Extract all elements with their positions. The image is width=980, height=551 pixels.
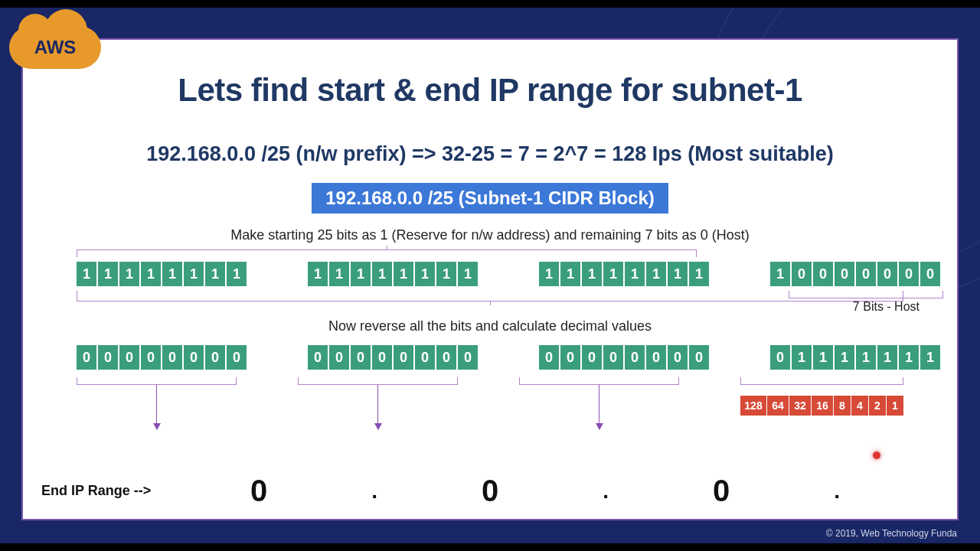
weight: 32 xyxy=(789,396,811,416)
bit: 1 xyxy=(646,262,666,286)
weight: 8 xyxy=(834,396,851,416)
bit: 0 xyxy=(119,345,139,370)
bit: 0 xyxy=(351,345,371,370)
bit: 0 xyxy=(372,345,392,370)
bit: 1 xyxy=(227,262,247,286)
bit: 1 xyxy=(835,345,854,370)
octet-bracket xyxy=(519,377,679,385)
bit-row-reversed: 0 0 0 0 0 0 0 0 0 0 0 0 0 0 0 0 xyxy=(77,345,903,370)
octet-result-col xyxy=(298,374,458,429)
octet-bracket xyxy=(740,377,903,385)
octet-bracket xyxy=(298,377,458,385)
weight: 16 xyxy=(812,396,833,416)
bit: 0 xyxy=(308,345,328,370)
bit: 1 xyxy=(436,262,456,286)
bit: 1 xyxy=(689,262,709,286)
bit: 0 xyxy=(394,345,413,370)
weight: 1 xyxy=(887,396,903,416)
ip-dot: . xyxy=(806,479,867,504)
bit: 0 xyxy=(98,345,118,370)
bit: 0 xyxy=(689,345,709,370)
bit: 0 xyxy=(877,262,897,286)
octet: 0 0 0 0 0 0 0 0 xyxy=(539,345,709,370)
bit: 0 xyxy=(539,345,559,370)
end-ip-octet: 0 xyxy=(405,474,575,508)
weight: 2 xyxy=(869,396,886,416)
bit: 1 xyxy=(770,262,790,286)
bit: 0 xyxy=(603,345,623,370)
bit: 1 xyxy=(560,262,580,286)
bit: 1 xyxy=(582,262,602,286)
bit: 0 xyxy=(436,345,456,370)
badge-label: AWS xyxy=(9,37,101,58)
bit: 0 xyxy=(329,345,349,370)
arrow-down-icon xyxy=(599,385,599,429)
weight: 4 xyxy=(851,396,868,416)
bit: 0 xyxy=(184,345,204,370)
octet: 1 1 1 1 1 1 1 1 xyxy=(539,262,709,286)
bit: 1 xyxy=(415,262,435,286)
bit: 0 xyxy=(835,262,854,286)
bit: 0 xyxy=(415,345,435,370)
bit-rows: 1 1 1 1 1 1 1 1 1 1 1 1 1 1 1 1 xyxy=(77,249,903,429)
bit: 1 xyxy=(162,262,182,286)
bit: 1 xyxy=(394,262,413,286)
arrow-down-icon xyxy=(156,385,157,429)
bit: 1 xyxy=(792,345,812,370)
octet: 0 0 0 0 0 0 0 0 xyxy=(308,345,478,370)
bit-weights: 128 64 32 16 8 4 2 1 xyxy=(740,396,903,416)
end-ip-octet: 0 xyxy=(636,474,806,508)
bit: 1 xyxy=(877,345,897,370)
bit: 1 xyxy=(141,262,161,286)
octet-bracket xyxy=(77,377,237,385)
bit: 0 xyxy=(668,345,688,370)
bit: 0 xyxy=(646,345,666,370)
octet-result-col xyxy=(77,374,237,429)
bit: 1 xyxy=(184,262,204,286)
calculation-line: 192.168.0.0 /25 (n/w prefix) => 32-25 = … xyxy=(23,142,957,166)
bit: 0 xyxy=(792,262,812,286)
instruction-2: Now reverse all the bits and calculate d… xyxy=(77,318,903,334)
bit: 1 xyxy=(603,262,623,286)
bit: 0 xyxy=(77,345,96,370)
bit-row-network: 1 1 1 1 1 1 1 1 1 1 1 1 1 1 1 1 xyxy=(77,262,903,286)
bottom-brackets-row: 128 64 32 16 8 4 2 1 xyxy=(77,374,903,429)
ip-dot: . xyxy=(344,479,405,504)
bit: 1 xyxy=(98,262,118,286)
cidr-block-box: 192.168.0.0 /25 (Subnet-1 CIDR Block) xyxy=(312,183,668,214)
bit: 0 xyxy=(227,345,247,370)
bit: 1 xyxy=(813,345,833,370)
octet: 1 1 1 1 1 1 1 1 xyxy=(77,262,247,286)
bit: 0 xyxy=(205,345,225,370)
presentation-stage: AWS Lets find start & end IP range for s… xyxy=(0,8,980,543)
octet-result-col xyxy=(519,374,679,429)
network-bits-bracket xyxy=(77,249,697,257)
bit: 0 xyxy=(770,345,790,370)
bit: 1 xyxy=(372,262,392,286)
bit: 0 xyxy=(162,345,182,370)
bit: 0 xyxy=(625,345,645,370)
octet: 0 1 1 1 1 1 1 1 xyxy=(770,345,940,370)
octet-result-col: 128 64 32 16 8 4 2 1 xyxy=(740,374,903,429)
bit: 0 xyxy=(899,262,919,286)
bit: 1 xyxy=(77,262,96,286)
weight: 64 xyxy=(767,396,789,416)
bit: 1 xyxy=(329,262,349,286)
octet: 0 0 0 0 0 0 0 0 xyxy=(77,345,247,370)
bit: 1 xyxy=(119,262,139,286)
copyright-footer: © 2019, Web Technology Funda xyxy=(826,528,957,539)
bit: 1 xyxy=(458,262,478,286)
weight: 128 xyxy=(740,396,766,416)
bit: 0 xyxy=(813,262,833,286)
page-title: Lets find start & end IP range for subne… xyxy=(23,72,957,109)
bit: 1 xyxy=(308,262,328,286)
octet: 1 1 1 1 1 1 1 1 xyxy=(308,262,478,286)
aws-badge: AWS xyxy=(9,26,101,69)
ip-dot: . xyxy=(575,479,636,504)
bit: 1 xyxy=(668,262,688,286)
bit: 1 xyxy=(899,345,919,370)
arrow-down-icon xyxy=(377,385,378,429)
bit: 1 xyxy=(625,262,645,286)
bit: 1 xyxy=(351,262,371,286)
full-32bit-bracket xyxy=(77,291,903,302)
